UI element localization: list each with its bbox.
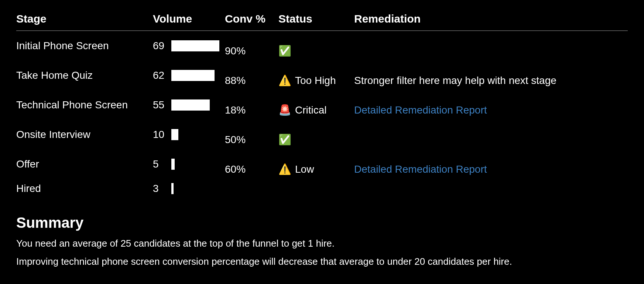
status-icon: ⚠️ <box>278 75 291 86</box>
status-text: Low <box>295 158 314 180</box>
status-icon: 🚨 <box>278 105 291 115</box>
remediation-link[interactable]: Detailed Remediation Report <box>354 163 487 175</box>
status-cell: ⚠️Too High <box>278 66 354 95</box>
stage-cell: Initial Phone Screen <box>16 31 153 61</box>
volume-cell: 10 <box>153 120 225 149</box>
volume-bar <box>171 99 219 111</box>
col-header-conv: Conv % <box>225 10 278 31</box>
volume-cell: 69 <box>153 31 225 61</box>
conv-cell <box>225 184 278 203</box>
volume-bar <box>171 159 219 170</box>
remediation-cell: Detailed Remediation Report <box>354 155 628 184</box>
conv-cell: 18% <box>225 95 278 125</box>
remediation-cell <box>354 36 628 66</box>
status-text: Critical <box>295 99 327 121</box>
status-text: Too High <box>295 70 336 92</box>
remediation-cell <box>354 125 628 155</box>
volume-value: 69 <box>153 40 168 52</box>
volume-value: 10 <box>153 129 168 141</box>
conv-cell: 90% <box>225 36 278 66</box>
remediation-text: Stronger filter here may help with next … <box>354 75 556 86</box>
status-icon: ⚠️ <box>278 164 291 175</box>
col-header-volume: Volume <box>153 10 225 31</box>
summary-line-1: You need an average of 25 candidates at … <box>16 238 628 249</box>
remediation-link[interactable]: Detailed Remediation Report <box>354 104 487 116</box>
stage-cell: Onsite Interview <box>16 120 153 149</box>
stage-cell: Hired <box>16 179 153 198</box>
stage-cell: Technical Phone Screen <box>16 90 153 120</box>
remediation-cell <box>354 184 628 203</box>
funnel-table: Stage Volume Conv % Status Remediation I… <box>16 10 628 198</box>
volume-cell: 5 <box>153 149 225 179</box>
volume-bar <box>171 183 219 194</box>
volume-bar <box>171 129 219 140</box>
volume-value: 5 <box>153 158 168 170</box>
summary-line-2: Improving technical phone screen convers… <box>16 256 628 267</box>
volume-value: 3 <box>153 183 168 195</box>
conv-cell: 50% <box>225 125 278 155</box>
volume-value: 55 <box>153 99 168 111</box>
conv-cell: 88% <box>225 66 278 95</box>
volume-cell: 3 <box>153 179 225 198</box>
stage-cell: Take Home Quiz <box>16 61 153 90</box>
table-row: Initial Phone Screen6990%✅ <box>16 31 628 61</box>
remediation-cell: Detailed Remediation Report <box>354 95 628 125</box>
status-cell: ⚠️Low <box>278 155 354 184</box>
status-cell: ✅ <box>278 125 354 155</box>
volume-value: 62 <box>153 70 168 81</box>
volume-bar <box>171 70 219 81</box>
conv-cell: 60% <box>225 155 278 184</box>
status-cell: 🚨Critical <box>278 95 354 125</box>
col-header-stage: Stage <box>16 10 153 31</box>
stage-cell: Offer <box>16 149 153 179</box>
col-header-status: Status <box>278 10 354 31</box>
col-header-remediation: Remediation <box>354 10 628 31</box>
status-icon: ✅ <box>278 46 291 56</box>
summary-heading: Summary <box>16 214 628 231</box>
status-cell <box>278 184 354 203</box>
volume-cell: 55 <box>153 90 225 120</box>
volume-cell: 62 <box>153 61 225 90</box>
status-cell: ✅ <box>278 36 354 66</box>
remediation-cell: Stronger filter here may help with next … <box>354 66 628 95</box>
volume-bar <box>171 40 219 51</box>
status-icon: ✅ <box>278 135 291 145</box>
